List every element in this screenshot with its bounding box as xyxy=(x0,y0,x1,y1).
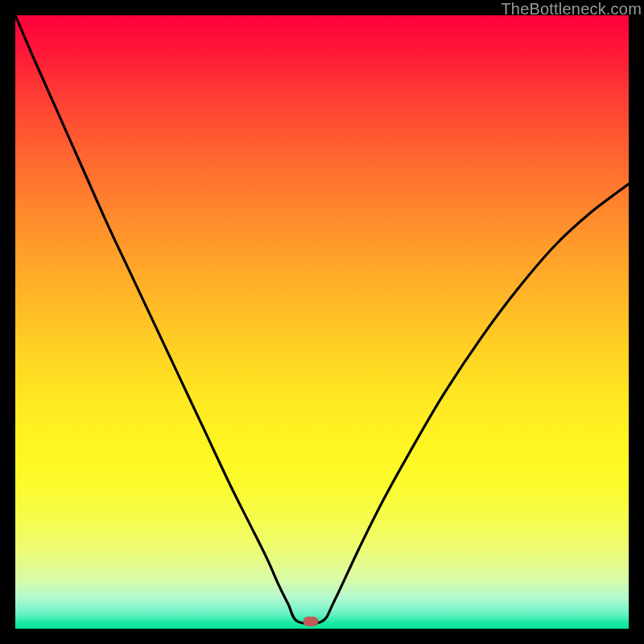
bottleneck-curve xyxy=(15,15,629,629)
bottleneck-marker xyxy=(303,617,318,626)
plot-area xyxy=(15,15,629,629)
chart-stage: TheBottleneck.com xyxy=(0,0,644,644)
